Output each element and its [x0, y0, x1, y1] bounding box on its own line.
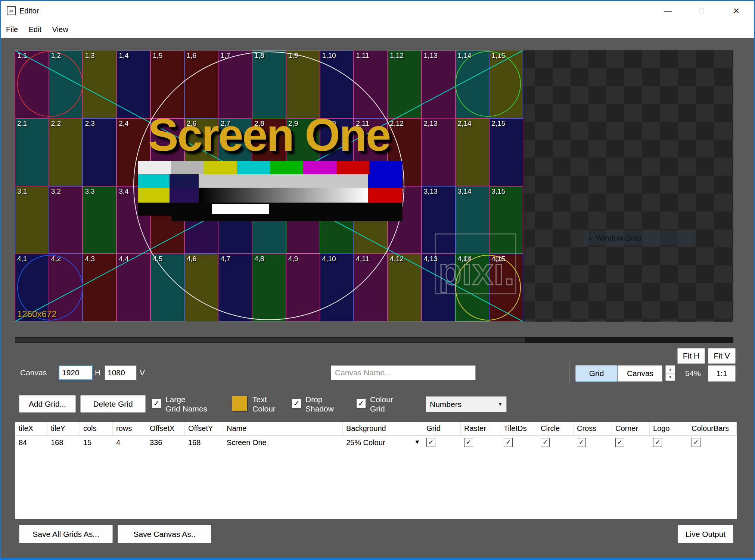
column-header-rows[interactable]: rows	[113, 422, 146, 435]
zoom-spinner[interactable]: ▲ ▼	[665, 365, 675, 382]
colorbar-strip	[171, 216, 403, 221]
colorbar-segment	[368, 174, 403, 188]
cell-background[interactable]: 25% Colour▼	[343, 436, 423, 450]
tileids-row-checkbox[interactable]: ✓	[504, 438, 513, 447]
grid-toggle-button[interactable]: Grid	[575, 365, 618, 382]
corner-circle-top-right-icon	[456, 51, 521, 116]
logo-row-checkbox[interactable]: ✓	[653, 438, 662, 447]
canvas-viewport[interactable]: 1,11,21,31,41,51,61,71,81,91,101,111,121…	[15, 50, 733, 322]
column-header-colourbars[interactable]: ColourBars	[688, 422, 737, 435]
fit-h-button[interactable]: Fit H	[677, 348, 705, 364]
column-header-tilex[interactable]: tileX	[15, 422, 47, 435]
raster-row-checkbox[interactable]: ✓	[464, 438, 473, 447]
colourbars-row-checkbox[interactable]: ✓	[692, 438, 700, 447]
column-header-name[interactable]: Name	[223, 422, 343, 435]
cell-offsety: 168	[185, 436, 223, 450]
colour-grid-label: Colour Grid	[370, 395, 393, 413]
live-output-button[interactable]: Live Output	[678, 525, 733, 543]
cell-cross: ✓	[574, 436, 612, 450]
fit-v-button[interactable]: Fit V	[708, 348, 736, 364]
id-style-dropdown[interactable]: Numbers ▼	[426, 396, 507, 412]
colorbar-bottom-row	[138, 203, 403, 216]
drop-shadow-label: Drop Shadow	[305, 395, 334, 413]
menu-view[interactable]: View	[48, 21, 73, 38]
column-header-grid[interactable]: Grid	[423, 422, 461, 435]
column-header-logo[interactable]: Logo	[650, 422, 688, 435]
horizontal-scrollbar[interactable]	[15, 337, 733, 343]
cell-offsetx: 336	[146, 436, 185, 450]
canvas-width-input[interactable]	[59, 365, 93, 380]
title-bar[interactable]: px Editor — □ ×	[1, 1, 754, 21]
pixi-watermark: pixi.	[438, 250, 515, 293]
column-header-background[interactable]: Background	[343, 422, 423, 435]
colour-grid-checkbox[interactable]: ✓	[356, 399, 366, 409]
save-all-grids-button[interactable]: Save All Grids As...	[19, 525, 113, 543]
colorbar-segment	[199, 174, 368, 188]
snip-dot-icon: ●	[589, 235, 592, 241]
menu-file[interactable]: File	[1, 21, 22, 38]
spinner-down-icon[interactable]: ▼	[665, 373, 675, 381]
menu-edit[interactable]: Edit	[24, 21, 46, 38]
grid-size-label: 1260x672	[17, 309, 56, 319]
scrollbar-thumb[interactable]	[15, 338, 525, 342]
canvas-height-input[interactable]	[105, 365, 137, 380]
cross-row-checkbox[interactable]: ✓	[577, 438, 586, 447]
column-header-tiley[interactable]: tileY	[47, 422, 80, 435]
cell-tilex: 84	[15, 436, 47, 450]
table-header-row: tileXtileYcolsrowsOffsetXOffsetYNameBack…	[15, 422, 737, 436]
close-button[interactable]: ×	[718, 1, 754, 21]
width-unit-label: H	[95, 365, 100, 380]
grid-name-overlay: Screen One	[15, 112, 523, 158]
drop-shadow-checkbox[interactable]: ✓	[292, 399, 301, 409]
column-header-offsetx[interactable]: OffsetX	[146, 422, 185, 435]
add-grid-button[interactable]: Add Grid...	[19, 395, 76, 413]
canvas-name-input[interactable]	[331, 365, 476, 380]
large-grid-names-checkbox[interactable]: ✓	[152, 399, 161, 409]
label-line: Large	[165, 395, 207, 404]
colorbars	[138, 161, 403, 216]
text-colour-label: Text Colour	[252, 395, 276, 413]
colorbar-segment	[336, 161, 370, 174]
menu-bar: File Edit View	[1, 21, 754, 38]
column-header-cross[interactable]: Cross	[574, 422, 612, 435]
corner-circle-top-left-icon	[18, 51, 83, 116]
combo-arrow-icon: ▼	[498, 401, 503, 407]
circle-row-checkbox[interactable]: ✓	[541, 438, 550, 447]
delete-grid-button[interactable]: Delete Grid	[80, 395, 146, 413]
save-canvas-button[interactable]: Save Canvas As..	[118, 525, 211, 543]
column-header-raster[interactable]: Raster	[461, 422, 500, 435]
cell-logo: ✓	[650, 436, 688, 450]
cell-grid: ✓	[423, 436, 461, 450]
background-dropdown-arrow[interactable]: ▼	[414, 436, 420, 449]
cell-value: 4	[116, 438, 120, 447]
cell-corner: ✓	[612, 436, 650, 450]
column-header-offsety[interactable]: OffsetY	[185, 422, 223, 435]
column-header-tileids[interactable]: TileIDs	[500, 422, 537, 435]
test-pattern[interactable]: 1,11,21,31,41,51,61,71,81,91,101,111,121…	[15, 50, 523, 322]
colorbar-white-rect	[212, 204, 269, 214]
cell-value: 25% Colour	[346, 438, 385, 447]
canvas-toggle-button[interactable]: Canvas	[618, 365, 662, 382]
one-to-one-button[interactable]: 1:1	[708, 365, 736, 382]
label-line: Grid	[370, 404, 393, 413]
minimize-button[interactable]: —	[651, 1, 685, 21]
column-header-corner[interactable]: Corner	[612, 422, 650, 435]
colorbar-segment	[237, 161, 270, 174]
corner-row-checkbox[interactable]: ✓	[615, 438, 624, 447]
column-header-cols[interactable]: cols	[80, 422, 113, 435]
maximize-button[interactable]: □	[685, 1, 718, 21]
column-header-circle[interactable]: Circle	[537, 422, 574, 435]
colorbar-segment	[270, 161, 304, 174]
text-colour-swatch[interactable]	[232, 396, 248, 412]
grid-row-checkbox[interactable]: ✓	[426, 438, 435, 447]
cell-value: 168	[51, 438, 63, 447]
spinner-up-icon[interactable]: ▲	[665, 365, 675, 373]
zoom-percent: 54%	[680, 365, 706, 382]
label-line: Colour	[252, 404, 276, 413]
cell-rows: 4	[113, 436, 146, 450]
cell-tileids: ✓	[500, 436, 537, 450]
table-row[interactable]: 84168154336168Screen One25% Colour▼✓✓✓✓✓…	[15, 436, 737, 450]
colorbar-mid-row	[138, 174, 403, 188]
colorbar-segment	[171, 161, 204, 174]
cell-colourbars: ✓	[688, 436, 737, 450]
